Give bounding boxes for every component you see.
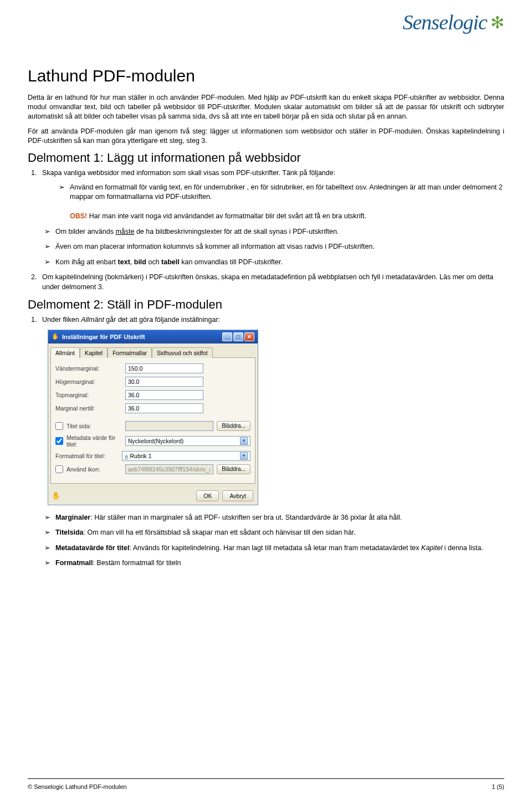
label-marginal-nertill: Marginal nertill:: [55, 405, 122, 412]
intro-paragraph-2: För att använda PDF-modulen går man igen…: [28, 127, 504, 146]
bullet-bilder-post: de ha bildbeskrivningstexter för att de …: [134, 228, 339, 235]
dialog-titlebar[interactable]: ✋ Inställningar för PDF Utskrift _ □ ✕: [48, 330, 258, 343]
step-1: Skapa vanliga webbsidor med information …: [39, 168, 504, 222]
obs-text: Har man inte varit noga vid användandet …: [87, 212, 366, 220]
app-icon: ✋: [52, 333, 59, 340]
tab-kapitel[interactable]: Kapitel: [80, 347, 108, 358]
label-vanstermarginal: Vänstermarginal:: [55, 365, 122, 372]
settings-dialog: ✋ Inställningar för PDF Utskrift _ □ ✕ A…: [48, 330, 258, 505]
cancel-button[interactable]: Avbryt: [222, 490, 253, 501]
t-titelsida: : Om man vill ha ett försättsblad så ska…: [83, 529, 355, 536]
bullet-format: Formatmall: Bestäm formatmall för titeln: [44, 558, 504, 568]
logo-text: Senselogic: [402, 10, 487, 34]
footer-page-number: 1 (5): [492, 783, 504, 790]
checkbox-metadata[interactable]: [55, 437, 63, 445]
input-ikon: [125, 464, 213, 474]
d2-li1-italic: Allmänt: [81, 316, 104, 324]
bullet-formatmall-text: Använd en formatmall för vanlig text, en…: [70, 183, 503, 201]
minimize-button[interactable]: _: [222, 332, 232, 341]
page-footer: © Senselogic Lathund PDF-modulen 1 (5): [28, 783, 504, 790]
d2-li1-pre: Under fliken: [42, 316, 81, 324]
b-titelsida: Titelsida: [55, 529, 83, 536]
select-metadata[interactable]: Nyckelord(Nyckelord) ▼: [125, 436, 250, 446]
input-hogermarginal[interactable]: [125, 377, 203, 387]
select-formatmall[interactable]: ARubrik 1 ▼: [122, 451, 250, 461]
input-titelsida: [125, 421, 213, 431]
tab-allmant[interactable]: Allmänt: [50, 347, 80, 358]
bullet-marginaler: Marginaler: Här ställer man in marginale…: [44, 513, 504, 523]
browse-ikon-button[interactable]: Bläddra...: [217, 464, 250, 474]
brand-logo: Senselogic ✻: [402, 10, 504, 34]
bullet-titelsida: Titelsida: Om man vill ha ett försättsbl…: [44, 528, 504, 538]
bullet-formatmall: Använd en formatmall för vanlig text, en…: [59, 183, 504, 222]
format-icon: A: [125, 454, 129, 459]
logo-mark-icon: ✻: [490, 13, 504, 32]
dialog-title: Inställningar för PDF Utskrift: [62, 334, 145, 340]
d2-step-1: Under fliken Allmänt går det att göra fö…: [39, 315, 504, 325]
label-titelsida: Titel sida:: [66, 423, 122, 429]
t-format: : Bestäm formatmall för titeln: [93, 559, 181, 567]
browse-titelsida-button[interactable]: Bläddra...: [217, 421, 250, 431]
obs-label: OBS!: [70, 212, 87, 220]
ok-button[interactable]: OK: [196, 490, 219, 501]
b4-post: kan omvandlas till PDF-utskrifter.: [180, 258, 283, 266]
section-heading-2: Delmoment 2: Ställ in PDF-modulen: [28, 298, 504, 312]
label-metadata: Metadata värde för titel:: [66, 434, 122, 448]
t-marginaler: : Här ställer man in marginaler så att P…: [90, 514, 402, 521]
checkbox-titelsida[interactable]: [55, 422, 63, 430]
bullet-metadata: Metadatavärde för titel: Används för kap…: [44, 543, 504, 553]
checkbox-ikon[interactable]: [55, 465, 63, 473]
input-vanstermarginal[interactable]: [125, 363, 203, 373]
bullet-komihag: Kom ihåg att enbart text, bild och tabel…: [44, 258, 504, 268]
tab-sidhuvud[interactable]: Sidhuvud och sidfot: [152, 347, 213, 358]
chevron-down-icon: ▼: [240, 452, 248, 460]
page-title: Lathund PDF-modulen: [28, 66, 504, 85]
label-hogermarginal: Högermarginal:: [55, 378, 122, 385]
bullet-bilder-underline: måste: [115, 228, 134, 235]
b4-pre: Kom ihåg att enbart: [55, 258, 118, 266]
step-1-text: Skapa vanliga webbsidor med information …: [42, 169, 335, 177]
bullet-kolumn: Även om man placerar information kolumnv…: [44, 242, 504, 252]
b-format: Formatmall: [55, 559, 93, 567]
input-marginal-nertill[interactable]: [125, 403, 203, 413]
bullet-bilder: Om bilder används måste de ha bildbeskri…: [44, 227, 504, 237]
b-marginaler: Marginaler: [55, 514, 90, 521]
select-metadata-value: Nyckelord(Nyckelord): [128, 438, 183, 444]
bullet-bilder-pre: Om bilder används: [55, 228, 115, 235]
select-formatmall-value: ARubrik 1: [125, 453, 152, 459]
t-meta-i: Kapitel: [421, 544, 442, 552]
b4-tabell: tabell: [161, 258, 180, 266]
tab-formatmallar[interactable]: Formatmallar: [108, 347, 152, 358]
maximize-button[interactable]: □: [233, 332, 243, 341]
label-formatmall: Formatmall för titel:: [55, 453, 119, 459]
t-meta-post: i denna lista.: [442, 544, 483, 552]
b4-m1: ,: [130, 258, 134, 266]
b4-m2: och: [146, 258, 161, 266]
step-2: Om kapitelindelning (bokmärken) i PDF-ut…: [39, 273, 504, 292]
dialog-tabs: Allmänt Kapitel Formatmallar Sidhuvud oc…: [48, 343, 258, 357]
label-ikon: Använd ikon:: [66, 466, 122, 473]
hand-icon: ✋: [48, 489, 64, 502]
b4-bild: bild: [134, 258, 146, 266]
d2-li1-post: går det att göra följande inställningar:: [104, 316, 220, 324]
label-topmarginal: Topmarginal:: [55, 392, 122, 398]
footer-left: © Senselogic Lathund PDF-modulen: [28, 783, 127, 790]
input-topmarginal[interactable]: [125, 390, 203, 400]
b-meta: Metadatavärde för titel: [55, 544, 129, 552]
close-button[interactable]: ✕: [244, 332, 254, 341]
tab-panel-allmant: Vänstermarginal: Högermarginal: Topmargi…: [50, 357, 255, 484]
b4-text: text: [118, 258, 130, 266]
footer-divider: [28, 778, 504, 779]
section-heading-1: Delmoment 1: Lägg ut informationen på we…: [28, 151, 504, 165]
chevron-down-icon: ▼: [240, 437, 248, 445]
intro-paragraph-1: Detta är en lathund för hur man ställer …: [28, 93, 504, 121]
t-meta-mid: : Används för kapitelindelning. Har man …: [129, 544, 421, 552]
